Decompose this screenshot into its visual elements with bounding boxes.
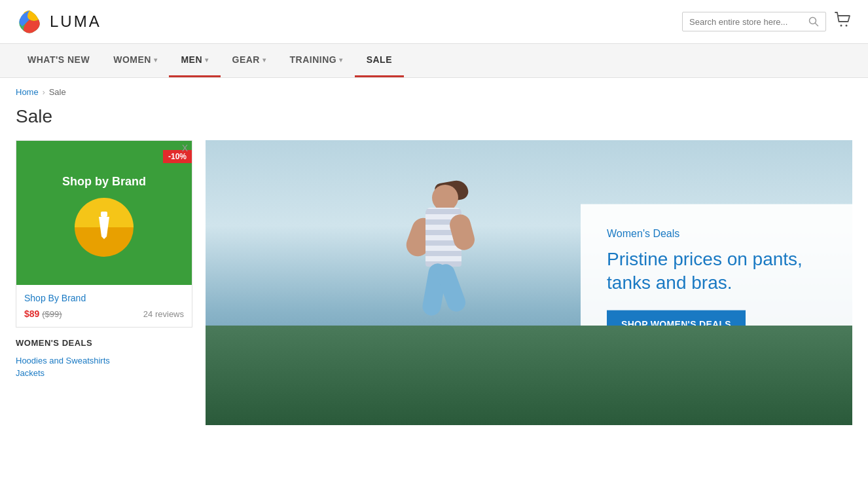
cart-icon[interactable] (834, 11, 852, 32)
breadcrumb-separator: › (43, 88, 45, 97)
filter-link-hoodies[interactable]: Hoodies and Sweatshirts (16, 354, 192, 367)
hero-banner: Women's Deals Pristine prices on pants, … (206, 140, 852, 425)
price-area: $89 ($99) (24, 309, 62, 319)
filter-link-jackets[interactable]: Jackets (16, 367, 192, 379)
search-icon (808, 16, 819, 27)
price-sale: $89 (24, 309, 39, 319)
nav-item-whats-new[interactable]: What's New (16, 44, 101, 77)
site-header: LUMA (0, 0, 868, 44)
page-title: Sale (0, 106, 868, 140)
product-image-label: Shop by Brand (62, 175, 146, 189)
svg-line-2 (816, 24, 818, 26)
breadcrumb: Home › Sale (0, 78, 868, 106)
header-right (682, 11, 852, 32)
chevron-down-icon: ▾ (205, 56, 209, 64)
product-name[interactable]: Shop By Brand (24, 293, 184, 303)
product-info: Shop By Brand $89 ($99) 24 reviews (16, 285, 192, 327)
nav-item-men[interactable]: Men ▾ (169, 44, 220, 77)
logo-area: LUMA (16, 8, 101, 35)
main-nav: What's New Women ▾ Men ▾ Gear ▾ Training… (0, 44, 868, 78)
nav-item-women[interactable]: Women ▾ (101, 44, 169, 77)
product-card-close-button[interactable]: X (182, 143, 188, 153)
runner-head (432, 185, 458, 211)
search-bar[interactable] (682, 12, 826, 31)
svg-rect-5 (101, 212, 107, 217)
chevron-down-icon: ▾ (262, 56, 266, 64)
tie-icon (92, 210, 116, 244)
chevron-down-icon: ▾ (339, 56, 343, 64)
filter-section: WOMEN'S DEALS Hoodies and Sweatshirts Ja… (16, 338, 192, 379)
nav-item-training[interactable]: Training ▾ (278, 44, 354, 77)
breadcrumb-home-link[interactable]: Home (16, 87, 39, 97)
runner-figure (399, 185, 504, 368)
main-content: X -10% Shop by Brand Shop By Brand (0, 140, 868, 451)
sidebar: X -10% Shop by Brand Shop By Brand (16, 140, 192, 425)
svg-point-4 (846, 25, 848, 27)
reviews-count: 24 reviews (143, 309, 184, 319)
filter-title: WOMEN'S DEALS (16, 338, 192, 348)
chevron-down-icon: ▾ (154, 56, 158, 64)
nav-item-gear[interactable]: Gear ▾ (221, 44, 278, 77)
price-original: ($99) (42, 309, 62, 319)
hero-runner-area (206, 140, 852, 425)
search-input[interactable] (689, 17, 803, 27)
hero-content-layer (206, 140, 852, 425)
product-pricing: $89 ($99) 24 reviews (24, 309, 184, 319)
brand-icon-circle (75, 198, 134, 257)
product-card: X -10% Shop by Brand Shop By Brand (16, 140, 192, 328)
svg-point-3 (841, 25, 842, 27)
breadcrumb-current: Sale (49, 87, 66, 97)
logo-text: LUMA (50, 12, 101, 31)
luma-logo-icon (16, 8, 43, 35)
nav-item-sale[interactable]: Sale (355, 44, 404, 77)
